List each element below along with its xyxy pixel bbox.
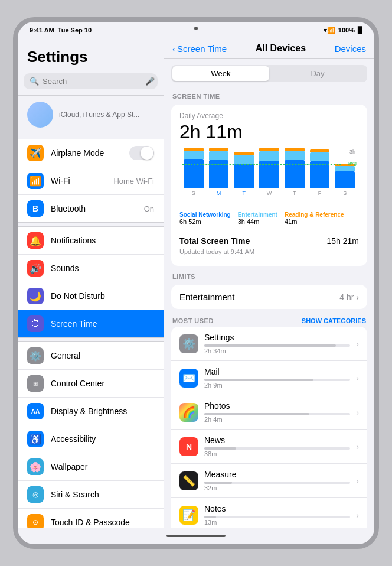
battery-status: 100%	[338, 27, 355, 34]
accessibility-icon: ♿	[27, 431, 44, 447]
app-name-settings: Settings	[204, 333, 350, 342]
sidebar-item-displaybrightness[interactable]: AA Display & Brightness	[18, 398, 164, 425]
app-bar-settings	[204, 344, 350, 347]
app-row-photos[interactable]: 🌈 Photos 2h 4m ›	[171, 395, 367, 430]
general-label: General	[51, 351, 154, 360]
app-name-mail: Mail	[204, 367, 350, 376]
app-time-settings: 2h 34m	[204, 347, 350, 354]
chart-bars: S M	[179, 149, 359, 196]
sidebar-item-accessibility[interactable]: ♿ Accessibility	[18, 425, 164, 453]
wifi-icon: 📶	[27, 173, 44, 189]
bar-friday: F	[308, 148, 332, 196]
notifications-label: Notifications	[51, 236, 154, 245]
total-label: Total Screen Time	[179, 236, 250, 246]
app-row-news[interactable]: N News 38m ›	[171, 430, 367, 464]
home-indicator[interactable]	[166, 535, 226, 537]
sidebar-item-sounds[interactable]: 🔊 Sounds	[18, 255, 164, 282]
sidebar-section-connectivity: ✈️ Airplane Mode 📶 Wi-Fi Home Wi-Fi B Bl…	[18, 139, 164, 223]
week-day-toggle: Week Day	[171, 65, 367, 82]
app-row-mail[interactable]: ✉️ Mail 2h 9m ›	[171, 361, 367, 395]
app-row-measure[interactable]: 📏 Measure 32m ›	[171, 464, 367, 498]
sidebar-item-general[interactable]: ⚙️ General	[18, 342, 164, 370]
sidebar-item-bluetooth[interactable]: B Bluetooth On	[18, 195, 164, 222]
screentime-label: Screen Time	[51, 319, 154, 328]
legend-social-label: Social Networking	[179, 212, 231, 218]
sidebar-item-screentime[interactable]: ⏱ Screen Time	[18, 310, 164, 337]
bluetooth-label: Bluetooth	[51, 204, 137, 213]
chart-y-3h: 3h	[349, 149, 355, 155]
sidebar-item-donotdisturb[interactable]: 🌙 Do Not Disturb	[18, 282, 164, 310]
app-info-notes: Notes 13m	[204, 504, 350, 526]
account-subtitle: iCloud, iTunes & App St...	[59, 110, 139, 119]
legend-read-value: 41m	[285, 218, 344, 225]
sidebar-item-controlcenter[interactable]: ⊞ Control Center	[18, 370, 164, 398]
chart-legend: Social Networking 6h 52m Entertainment 3…	[179, 212, 359, 225]
wallpaper-label: Wallpaper	[51, 462, 154, 471]
content-area: Settings 🔍 🎤 iCloud, iTunes & App St... …	[18, 38, 374, 528]
bar-monday: M	[207, 148, 231, 196]
app-icon-measure: 📏	[179, 471, 198, 490]
sidebar-item-sirisearch[interactable]: ◎ Siri & Search	[18, 481, 164, 509]
general-icon: ⚙️	[27, 347, 44, 364]
main-content: ‹ Screen Time All Devices Devices Week D…	[164, 38, 374, 528]
nav-back-button[interactable]: ‹ Screen Time	[172, 44, 227, 54]
nav-right-button[interactable]: Devices	[335, 44, 366, 54]
legend-social: Social Networking 6h 52m	[179, 212, 231, 225]
sidebar-item-airplane[interactable]: ✈️ Airplane Mode	[18, 139, 164, 167]
sidebar-item-wallpaper[interactable]: 🌸 Wallpaper	[18, 453, 164, 481]
account-row[interactable]: iCloud, iTunes & App St...	[18, 95, 164, 134]
sounds-icon: 🔊	[27, 260, 44, 277]
app-name-news: News	[204, 435, 350, 445]
limits-row-entertainment[interactable]: Entertainment 4 hr ›	[171, 285, 367, 309]
app-name-notes: Notes	[204, 504, 350, 513]
sidebar-item-touchid[interactable]: ⊙ Touch ID & Passcode	[18, 509, 164, 528]
battery-icon: ▉	[358, 27, 362, 34]
home-dot	[194, 27, 198, 30]
app-row-settings[interactable]: ⚙️ Settings 2h 34m ›	[171, 327, 367, 361]
app-info-measure: Measure 32m	[204, 470, 350, 492]
show-categories-button[interactable]: SHOW CATEGORIES	[302, 317, 366, 324]
touchid-icon: ⊙	[27, 514, 44, 528]
device-frame: 9:41 AM Tue Sep 10 ▾📶 100% ▉ Settings 🔍 …	[13, 17, 379, 549]
bar-label-f: F	[318, 190, 322, 196]
daily-average-card: Daily Average 2h 11m 3h S	[171, 105, 367, 266]
search-icon: 🔍	[30, 77, 39, 86]
donotdisturb-label: Do Not Disturb	[51, 291, 154, 301]
bluetooth-icon: B	[27, 200, 44, 217]
limits-entertainment-value: 4 hr	[339, 292, 354, 302]
nav-back-label: Screen Time	[177, 44, 227, 54]
bar-wednesday: W	[257, 148, 281, 196]
app-chevron-news: ›	[356, 442, 359, 451]
airplane-label: Airplane Mode	[51, 148, 122, 158]
app-chevron-settings: ›	[356, 339, 359, 349]
search-bar[interactable]: 🔍 🎤	[24, 73, 158, 89]
app-time-notes: 13m	[204, 519, 350, 526]
app-info-photos: Photos 2h 4m	[204, 401, 350, 423]
bar-tuesday: T	[232, 148, 256, 196]
app-time-news: 38m	[204, 450, 350, 457]
bar-thursday: T	[283, 148, 306, 196]
sidebar-item-wifi[interactable]: 📶 Wi-Fi Home Wi-Fi	[18, 167, 164, 195]
app-info-news: News 38m	[204, 435, 350, 457]
app-row-notes[interactable]: 📝 Notes 13m ›	[171, 498, 367, 528]
airplane-toggle[interactable]	[129, 146, 154, 160]
app-bar-measure	[204, 482, 350, 484]
donotdisturb-icon: 🌙	[27, 288, 44, 304]
screentime-icon: ⏱	[27, 315, 44, 332]
tab-week[interactable]: Week	[172, 66, 269, 81]
avatar	[27, 102, 53, 128]
sidebar-item-notifications[interactable]: 🔔 Notifications	[18, 227, 164, 255]
tab-day[interactable]: Day	[269, 66, 366, 81]
search-input[interactable]	[43, 77, 142, 86]
nav-title: All Devices	[256, 43, 306, 54]
most-used-label: MOST USED	[172, 317, 214, 324]
wifi-icon: ▾📶	[324, 27, 335, 34]
airplane-icon: ✈️	[27, 145, 44, 161]
limits-chevron-icon: ›	[356, 292, 359, 302]
touchid-label: Touch ID & Passcode	[51, 518, 154, 527]
wifi-value: Home Wi-Fi	[113, 177, 154, 186]
legend-read-label: Reading & Reference	[285, 212, 344, 218]
legend-reading: Reading & Reference 41m	[285, 212, 344, 225]
app-name-measure: Measure	[204, 470, 350, 479]
siri-label: Siri & Search	[51, 490, 154, 499]
